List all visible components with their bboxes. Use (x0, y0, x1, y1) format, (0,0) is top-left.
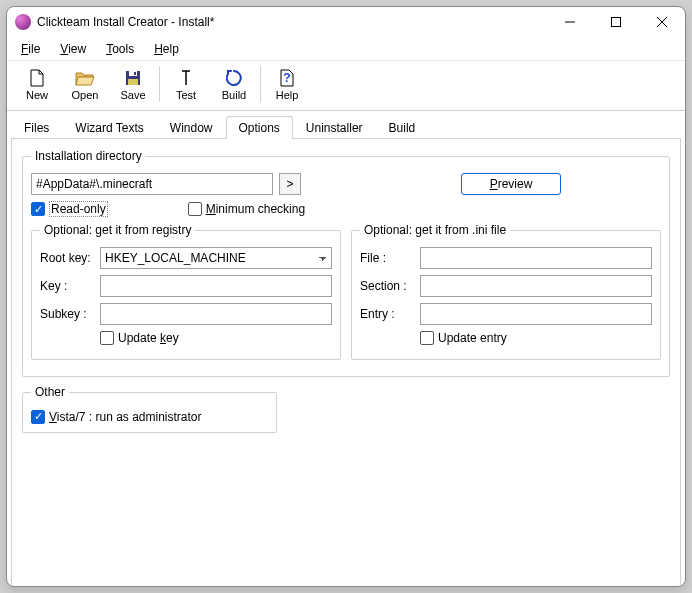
tabbar: Files Wizard Texts Window Options Uninst… (7, 111, 685, 138)
other-legend: Other (31, 385, 69, 399)
update-entry-checkbox[interactable] (420, 331, 434, 345)
installation-directory-legend: Installation directory (31, 149, 146, 163)
vista-checkbox[interactable] (31, 410, 45, 424)
minimize-button[interactable] (547, 7, 593, 37)
entry-input[interactable] (420, 303, 652, 325)
tab-files[interactable]: Files (11, 116, 62, 139)
tab-options[interactable]: Options (226, 116, 293, 139)
browse-button[interactable]: > (279, 173, 301, 195)
app-icon (15, 14, 31, 30)
svg-text:?: ? (283, 71, 290, 85)
save-icon (123, 68, 143, 88)
window-title: Clickteam Install Creator - Install* (37, 15, 547, 29)
section-label: Section : (360, 279, 420, 293)
update-entry-checkbox-wrap[interactable]: Update entry (420, 331, 507, 345)
subkey-label: Subkey : (40, 307, 100, 321)
toolbar: New Open Save Test Build ? Help (7, 61, 685, 111)
section-input[interactable] (420, 275, 652, 297)
tab-window[interactable]: Window (157, 116, 226, 139)
install-path-input[interactable] (31, 173, 273, 195)
toolbar-build-label: Build (222, 89, 246, 101)
minimum-checking-checkbox[interactable] (188, 202, 202, 216)
file-input[interactable] (420, 247, 652, 269)
toolbar-open[interactable]: Open (61, 62, 109, 106)
titlebar: Clickteam Install Creator - Install* (7, 7, 685, 37)
maximize-button[interactable] (593, 7, 639, 37)
menu-view[interactable]: View (50, 39, 96, 59)
minimum-checking-label: Minimum checking (206, 202, 305, 216)
menu-file[interactable]: File (11, 39, 50, 59)
toolbar-help[interactable]: ? Help (263, 62, 311, 106)
entry-label: Entry : (360, 307, 420, 321)
toolbar-build[interactable]: Build (210, 62, 258, 106)
preview-button[interactable]: Preview (461, 173, 561, 195)
rootkey-select[interactable]: HKEY_LOCAL_MACHINE (100, 247, 332, 269)
options-panel: Installation directory > Preview Read-on… (11, 138, 681, 587)
toolbar-test[interactable]: Test (162, 62, 210, 106)
open-icon (75, 68, 95, 88)
readonly-checkbox[interactable] (31, 202, 45, 216)
toolbar-save-label: Save (120, 89, 145, 101)
registry-group: Optional: get it from registry Root key:… (31, 223, 341, 360)
tab-wizard-texts[interactable]: Wizard Texts (62, 116, 156, 139)
toolbar-separator (159, 66, 160, 102)
svg-rect-6 (134, 72, 136, 75)
close-button[interactable] (639, 7, 685, 37)
rootkey-label: Root key: (40, 251, 100, 265)
window-controls (547, 7, 685, 37)
key-input[interactable] (100, 275, 332, 297)
readonly-label: Read-only (49, 201, 108, 217)
build-icon (224, 68, 244, 88)
window: Clickteam Install Creator - Install* Fil… (6, 6, 686, 587)
file-label: File : (360, 251, 420, 265)
menu-tools[interactable]: Tools (96, 39, 144, 59)
update-key-checkbox-wrap[interactable]: Update key (100, 331, 179, 345)
menu-help[interactable]: Help (144, 39, 189, 59)
svg-rect-7 (128, 79, 138, 85)
help-icon: ? (277, 68, 297, 88)
toolbar-new[interactable]: New (13, 62, 61, 106)
menubar: File View Tools Help (7, 37, 685, 61)
installation-directory-group: Installation directory > Preview Read-on… (22, 149, 670, 377)
toolbar-help-label: Help (276, 89, 299, 101)
subkey-input[interactable] (100, 303, 332, 325)
ini-group: Optional: get it from .ini file File : S… (351, 223, 661, 360)
toolbar-new-label: New (26, 89, 48, 101)
tab-uninstaller[interactable]: Uninstaller (293, 116, 376, 139)
new-icon (27, 68, 47, 88)
toolbar-test-label: Test (176, 89, 196, 101)
toolbar-save[interactable]: Save (109, 62, 157, 106)
update-key-label: Update key (118, 331, 179, 345)
toolbar-open-label: Open (72, 89, 99, 101)
tab-build[interactable]: Build (376, 116, 429, 139)
test-icon (176, 68, 196, 88)
ini-legend: Optional: get it from .ini file (360, 223, 510, 237)
vista-label: Vista/7 : run as administrator (49, 410, 202, 424)
key-label: Key : (40, 279, 100, 293)
update-key-checkbox[interactable] (100, 331, 114, 345)
readonly-checkbox-wrap[interactable]: Read-only (31, 201, 108, 217)
other-group: Other Vista/7 : run as administrator (22, 385, 277, 433)
minimum-checking-checkbox-wrap[interactable]: Minimum checking (188, 202, 305, 216)
toolbar-separator-2 (260, 66, 261, 102)
registry-legend: Optional: get it from registry (40, 223, 195, 237)
update-entry-label: Update entry (438, 331, 507, 345)
vista-checkbox-wrap[interactable]: Vista/7 : run as administrator (31, 410, 202, 424)
svg-rect-1 (612, 18, 621, 27)
